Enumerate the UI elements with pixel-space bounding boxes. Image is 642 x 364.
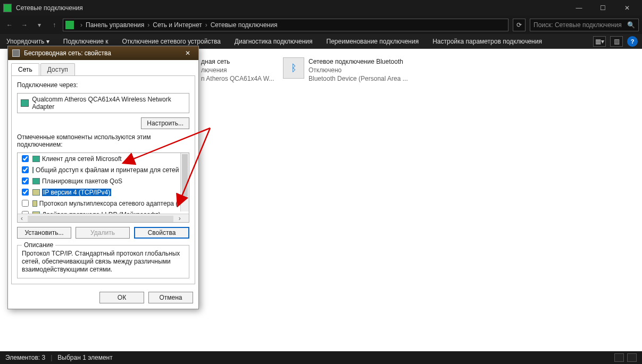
cmd-disable[interactable]: Отключение сетевого устройства xyxy=(120,37,222,46)
statusbar-right xyxy=(614,353,637,362)
nav-forward-button[interactable]: → xyxy=(18,19,31,31)
component-label: Клиент для сетей Microsoft xyxy=(42,155,122,163)
properties-dialog: Беспроводная сеть: свойства ✕ Сеть Досту… xyxy=(7,46,199,309)
scrollbar-thumb[interactable] xyxy=(182,154,188,197)
status-bar: Элементов: 3 | Выбран 1 элемент xyxy=(0,351,642,364)
scrollbar-horizontal[interactable]: ‹ › xyxy=(18,214,189,222)
window-title: Сетевые подключения xyxy=(16,4,567,12)
tab-content-network: Подключение через: Qualcomm Atheros QCA6… xyxy=(11,75,195,284)
protocol-icon xyxy=(32,189,40,196)
dialog-close-button[interactable]: ✕ xyxy=(181,48,194,58)
component-row[interactable]: Планировщик пакетов QoS xyxy=(18,175,189,187)
system-buttons: — ☐ ✕ xyxy=(567,0,639,16)
view-details-button[interactable] xyxy=(614,353,624,362)
component-label: Общий доступ к файлам и принтерам для се… xyxy=(36,166,187,174)
help-button[interactable]: ? xyxy=(627,36,638,47)
description-box: Описание Протокол TCP/IP. Стандартный пр… xyxy=(17,245,189,278)
connection-device: n Atheros QCA61x4A W... xyxy=(201,74,274,83)
breadcrumb-item[interactable]: Сеть и Интернет xyxy=(153,21,202,29)
connection-item-wireless[interactable]: дная сеть лючения n Atheros QCA61x4A W..… xyxy=(201,57,274,83)
configure-button[interactable]: Настроить... xyxy=(141,117,189,129)
protocol-icon xyxy=(32,167,34,173)
adapter-name: Qualcomm Atheros QCA61x4A Wireless Netwo… xyxy=(32,96,186,111)
cancel-button[interactable]: Отмена xyxy=(148,292,193,303)
nav-up-button[interactable]: ↑ xyxy=(48,19,61,31)
connection-name: дная сеть xyxy=(201,57,274,66)
component-checkbox[interactable] xyxy=(22,166,29,173)
address-bar[interactable]: › Панель управления › Сеть и Интернет › … xyxy=(63,19,508,31)
install-button[interactable]: Установить... xyxy=(17,227,71,239)
search-input[interactable]: Поиск: Сетевые подключения 🔍 xyxy=(530,19,639,31)
cmd-organize[interactable]: Упорядочить ▾ xyxy=(4,37,52,46)
ok-button[interactable]: ОК xyxy=(99,292,144,303)
connection-item-bluetooth[interactable]: ᛒ Сетевое подключение Bluetooth Отключен… xyxy=(283,57,408,83)
tab-network[interactable]: Сеть xyxy=(11,63,39,75)
remove-button: Удалить xyxy=(76,227,130,239)
search-placeholder: Поиск: Сетевые подключения xyxy=(533,21,622,29)
maximize-button[interactable]: ☐ xyxy=(591,0,615,16)
scrollbar-track[interactable] xyxy=(28,216,173,222)
component-checkbox[interactable] xyxy=(22,222,29,223)
bc-sep: › xyxy=(77,21,86,29)
connection-status: лючения xyxy=(201,66,274,74)
dialog-title: Беспроводная сеть: свойства xyxy=(24,49,111,57)
connect-through-label: Подключение через: xyxy=(17,81,189,89)
connection-status: Отключено xyxy=(309,66,408,74)
description-text: Протокол TCP/IP. Стандартный протокол гл… xyxy=(22,250,185,274)
status-item-count: Элементов: 3 xyxy=(5,354,45,361)
component-label: Протокол мультиплексора сетевого адаптер… xyxy=(39,200,187,207)
app-icon xyxy=(3,4,12,12)
titlebar: Сетевые подключения — ☐ ✕ xyxy=(0,0,642,16)
status-selection: Выбран 1 элемент xyxy=(57,354,112,361)
connection-text: Сетевое подключение Bluetooth Отключено … xyxy=(309,57,408,83)
breadcrumb-item[interactable]: Сетевые подключения xyxy=(211,21,278,29)
refresh-button[interactable]: ⟳ xyxy=(513,19,526,31)
dialog-icon xyxy=(12,49,20,57)
view-mode-button[interactable]: ▦▾ xyxy=(593,36,606,47)
protocol-icon xyxy=(32,156,40,162)
components-label: Отмеченные компоненты используются этим … xyxy=(17,133,189,148)
connection-device: Bluetooth Device (Personal Area ... xyxy=(309,74,408,83)
connection-name: Сетевое подключение Bluetooth xyxy=(309,57,408,66)
cmd-rename[interactable]: Переименование подключения xyxy=(324,37,421,46)
component-row[interactable]: Общий доступ к файлам и принтерам для се… xyxy=(18,164,189,175)
navbar: ← → ▾ ↑ › Панель управления › Сеть и Инт… xyxy=(0,16,642,34)
scroll-left-button[interactable]: ‹ xyxy=(18,214,26,223)
cmdbar-right: ▦▾ ▥ ? xyxy=(593,36,638,47)
adapter-icon xyxy=(21,99,29,107)
preview-pane-button[interactable]: ▥ xyxy=(610,36,623,47)
cmd-properties[interactable]: Настройка параметров подключения xyxy=(430,37,544,46)
component-row[interactable]: IP версии 4 (TCP/IPv4) xyxy=(18,187,189,198)
properties-button[interactable]: Свойства xyxy=(134,227,189,239)
view-large-button[interactable] xyxy=(627,353,637,362)
component-checkbox[interactable] xyxy=(22,189,29,196)
connection-text: дная сеть лючения n Atheros QCA61x4A W..… xyxy=(201,57,274,83)
status-sep: | xyxy=(51,354,52,361)
breadcrumb-item[interactable]: Панель управления xyxy=(86,21,144,29)
protocol-icon xyxy=(32,178,40,184)
adapter-field: Qualcomm Atheros QCA61x4A Wireless Netwo… xyxy=(17,93,189,113)
components-list[interactable]: Клиент для сетей MicrosoftОбщий доступ к… xyxy=(17,153,189,223)
scrollbar-vertical[interactable] xyxy=(180,153,189,211)
component-row[interactable]: Клиент для сетей Microsoft xyxy=(18,153,189,164)
component-checkbox[interactable] xyxy=(22,200,29,207)
nav-recent-dropdown[interactable]: ▾ xyxy=(33,19,46,31)
cmd-diagnose[interactable]: Диагностика подключения xyxy=(232,37,315,46)
bluetooth-icon: ᛒ xyxy=(283,57,304,79)
dialog-titlebar[interactable]: Беспроводная сеть: свойства ✕ xyxy=(8,46,198,60)
dialog-footer: ОК Отмена xyxy=(8,287,198,309)
component-checkbox[interactable] xyxy=(22,155,29,162)
component-checkbox[interactable] xyxy=(22,177,29,184)
protocol-icon xyxy=(32,223,40,223)
component-label: IP версии 4 (TCP/IPv4) xyxy=(42,189,111,196)
minimize-button[interactable]: — xyxy=(567,0,591,16)
close-button[interactable]: ✕ xyxy=(615,0,639,16)
scroll-right-button[interactable]: › xyxy=(176,214,184,223)
cmd-connect[interactable]: Подключение к xyxy=(61,37,111,46)
component-label: Планировщик пакетов QoS xyxy=(42,177,122,185)
nav-back-button[interactable]: ← xyxy=(3,19,16,31)
description-legend: Описание xyxy=(22,241,55,249)
tab-access[interactable]: Доступ xyxy=(40,63,75,75)
search-icon: 🔍 xyxy=(627,21,635,29)
component-row[interactable]: Протокол мультиплексора сетевого адаптер… xyxy=(18,198,189,209)
